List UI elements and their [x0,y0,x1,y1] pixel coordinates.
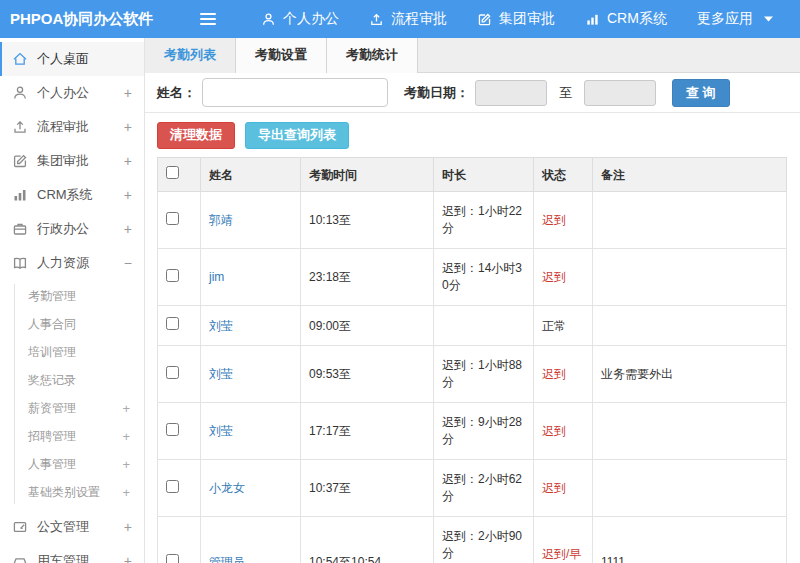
user-icon [261,12,276,27]
date-range-separator: 至 [559,84,572,102]
collapse-toggle[interactable]: − [124,255,132,271]
expand-toggle[interactable]: + [122,485,130,500]
topnav-label: 流程审批 [391,10,447,28]
top-bar: PHPOA协同办公软件 个人办公 流程审批 集团审批 [0,0,800,38]
tab-attendance-stats[interactable]: 考勤统计 [327,38,418,73]
topnav-crm-system[interactable]: CRM系统 [570,0,682,38]
duration-cell: 迟到：9小时28分 [434,403,534,460]
export-list-button[interactable]: 导出查询列表 [245,122,349,149]
employee-name-link[interactable]: 刘莹 [209,319,233,333]
sidebar-item-attendance-management[interactable]: 考勤管理 [0,282,144,310]
expand-toggle[interactable]: + [124,187,132,203]
employee-name-link[interactable]: 郭靖 [209,213,233,227]
sidebar-item-label: 公文管理 [37,518,120,536]
tab-attendance-list[interactable]: 考勤列表 [145,38,236,73]
app-window: PHPOA协同办公软件 个人办公 流程审批 集团审批 [0,0,800,563]
row-checkbox[interactable] [166,366,179,379]
car-icon [12,553,28,563]
row-checkbox[interactable] [166,212,179,225]
tab-attendance-settings[interactable]: 考勤设置 [236,38,327,73]
table-row: jim 23:18至 迟到：14小时30分 迟到 [158,249,787,306]
expand-toggle[interactable]: + [122,429,130,444]
sidebar-item-training-management[interactable]: 培训管理 [0,338,144,366]
employee-name-link[interactable]: 刘莹 [209,367,233,381]
sidebar-item-group-approval[interactable]: 集团审批 + [0,144,144,178]
status-badge: 迟到 [534,249,593,306]
menu-toggle-icon[interactable] [200,13,216,25]
name-input[interactable] [202,78,388,107]
sidebar-item-personal-desktop[interactable]: 个人桌面 [0,42,144,76]
status-badge: 迟到 [534,460,593,517]
expand-toggle[interactable]: + [124,553,132,563]
sidebar-item-label: 流程审批 [37,118,120,136]
attendance-table-wrap: 姓名 考勤时间 时长 状态 备注 郭靖 10:13至 迟到：1小时22分 [145,157,800,563]
topnav-workflow-approval[interactable]: 流程审批 [354,0,462,38]
sidebar-subitem-label: 人事管理 [28,456,122,473]
chart-icon [585,12,600,27]
expand-toggle[interactable]: + [124,153,132,169]
topnav-personal-office[interactable]: 个人办公 [246,0,354,38]
sidebar-item-reward-punishment[interactable]: 奖惩记录 [0,366,144,394]
sidebar: 个人桌面 个人办公 + 流程审批 + [0,38,145,563]
name-label: 姓名： [157,84,196,102]
date-label: 考勤日期： [404,84,469,102]
sidebar-item-label: CRM系统 [37,186,120,204]
search-button[interactable]: 查 询 [672,79,730,107]
employee-name-link[interactable]: 管理员 [209,555,245,563]
expand-toggle[interactable]: + [124,519,132,535]
chart-icon [12,187,28,203]
sidebar-item-crm-system[interactable]: CRM系统 + [0,178,144,212]
remark-cell [593,460,787,517]
sidebar-item-document-management[interactable]: 公文管理 + [0,510,144,544]
row-checkbox[interactable] [166,423,179,436]
select-all-checkbox[interactable] [166,166,179,179]
status-badge: 迟到/早退 [534,517,593,563]
topnav-group-approval[interactable]: 集团审批 [462,0,570,38]
row-checkbox[interactable] [166,269,179,282]
remark-cell: 业务需要外出 [593,346,787,403]
topnav-label: 更多应用 [697,10,753,28]
status-badge: 正常 [534,306,593,346]
duration-cell: 迟到：1小时88分 [434,346,534,403]
sidebar-item-personal-office[interactable]: 个人办公 + [0,76,144,110]
edit-icon [12,153,28,169]
sidebar-item-base-category-settings[interactable]: 基础类别设置 + [0,478,144,506]
sidebar-item-personnel-management[interactable]: 人事管理 + [0,450,144,478]
clean-data-button[interactable]: 清理数据 [157,122,235,149]
sidebar-item-human-resources[interactable]: 人力资源 − [0,246,144,280]
row-checkbox[interactable] [166,317,179,330]
expand-toggle[interactable]: + [124,221,132,237]
topnav-label: CRM系统 [607,10,667,28]
sidebar-item-label: 个人办公 [37,84,120,102]
top-nav: 个人办公 流程审批 集团审批 CRM系统 更多应用 [246,0,788,38]
sidebar-subitem-label: 培训管理 [28,344,130,361]
sidebar-item-label: 人力资源 [37,254,120,272]
expand-toggle[interactable]: + [124,85,132,101]
status-badge: 迟到 [534,346,593,403]
table-row: 刘莹 09:00至 正常 [158,306,787,346]
remark-cell: 1111 [593,517,787,563]
select-all-cell [158,158,201,192]
sidebar-item-salary-management[interactable]: 薪资管理 + [0,394,144,422]
sidebar-item-hr-contract[interactable]: 人事合同 [0,310,144,338]
expand-toggle[interactable]: + [124,119,132,135]
sidebar-subitem-label: 基础类别设置 [28,484,122,501]
attendance-table: 姓名 考勤时间 时长 状态 备注 郭靖 10:13至 迟到：1小时22分 [157,157,787,563]
sidebar-item-workflow-approval[interactable]: 流程审批 + [0,110,144,144]
expand-toggle[interactable]: + [122,401,130,416]
sidebar-item-vehicle-management[interactable]: 用车管理 + [0,544,144,563]
employee-name-link[interactable]: 小龙女 [209,481,245,495]
sidebar-item-recruitment-management[interactable]: 招聘管理 + [0,422,144,450]
employee-name-link[interactable]: 刘莹 [209,424,233,438]
expand-toggle[interactable]: + [122,457,130,472]
date-to-input[interactable] [584,80,656,106]
status-badge: 迟到 [534,192,593,249]
employee-name-link[interactable]: jim [209,270,224,284]
topnav-more-apps[interactable]: 更多应用 [682,0,788,38]
sidebar-item-admin-office[interactable]: 行政办公 + [0,212,144,246]
date-from-input[interactable] [475,80,547,106]
row-checkbox[interactable] [166,554,179,563]
row-checkbox[interactable] [166,480,179,493]
table-header-row: 姓名 考勤时间 时长 状态 备注 [158,158,787,192]
table-row: 管理员 10:54至10:54 迟到：2小时90分早退：7小时10分 迟到/早退… [158,517,787,563]
